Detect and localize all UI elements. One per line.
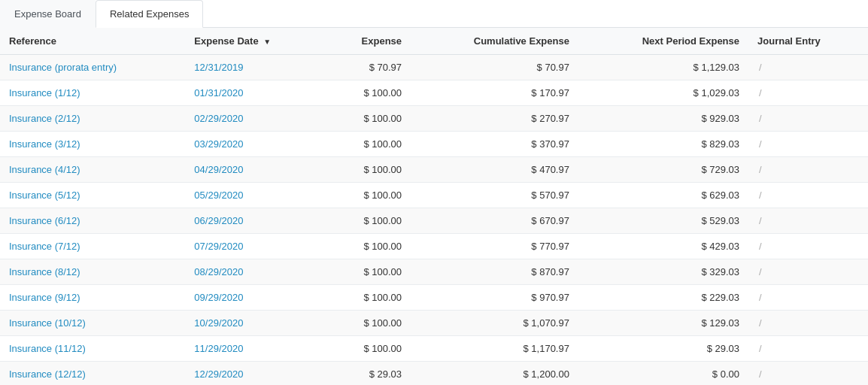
- cell-reference[interactable]: Insurance (4/12): [0, 157, 185, 183]
- cell-journal-entry[interactable]: /: [748, 336, 868, 362]
- cell-journal-entry[interactable]: /: [748, 311, 868, 336]
- col-journal-entry: Journal Entry: [748, 28, 868, 55]
- cell-cumulative-expense: $ 1,200.00: [411, 362, 578, 386]
- cell-expense-date[interactable]: 08/29/2020: [185, 259, 324, 285]
- cell-reference[interactable]: Insurance (prorata entry): [0, 55, 185, 80]
- cell-next-period-expense: $ 129.03: [578, 311, 748, 336]
- cell-journal-entry[interactable]: /: [748, 80, 868, 106]
- cell-next-period-expense: $ 929.03: [578, 106, 748, 132]
- cell-journal-entry[interactable]: /: [748, 183, 868, 208]
- cell-expense-date[interactable]: 06/29/2020: [185, 208, 324, 234]
- cell-journal-entry[interactable]: /: [748, 362, 868, 386]
- table-row: Insurance (5/12)05/29/2020$ 100.00$ 570.…: [0, 183, 868, 208]
- cell-expense-date[interactable]: 07/29/2020: [185, 234, 324, 259]
- cell-journal-entry[interactable]: /: [748, 157, 868, 183]
- cell-next-period-expense: $ 0.00: [578, 362, 748, 386]
- cell-journal-entry[interactable]: /: [748, 106, 868, 132]
- cell-expense-date[interactable]: 04/29/2020: [185, 157, 324, 183]
- table-row: Insurance (6/12)06/29/2020$ 100.00$ 670.…: [0, 208, 868, 234]
- table-row: Insurance (2/12)02/29/2020$ 100.00$ 270.…: [0, 106, 868, 132]
- tabs-container: Expense Board Related Expenses Reference…: [0, 0, 868, 385]
- table-row: Insurance (4/12)04/29/2020$ 100.00$ 470.…: [0, 157, 868, 183]
- cell-cumulative-expense: $ 1,170.97: [411, 336, 578, 362]
- cell-next-period-expense: $ 529.03: [578, 208, 748, 234]
- cell-cumulative-expense: $ 770.97: [411, 234, 578, 259]
- journal-entry-slash: /: [759, 62, 762, 73]
- cell-cumulative-expense: $ 70.97: [411, 55, 578, 80]
- cell-expense: $ 100.00: [325, 132, 411, 157]
- cell-next-period-expense: $ 329.03: [578, 259, 748, 285]
- cell-expense: $ 100.00: [325, 208, 411, 234]
- cell-next-period-expense: $ 229.03: [578, 285, 748, 311]
- cell-expense-date[interactable]: 10/29/2020: [185, 311, 324, 336]
- cell-reference[interactable]: Insurance (11/12): [0, 336, 185, 362]
- cell-expense: $ 100.00: [325, 234, 411, 259]
- cell-reference[interactable]: Insurance (3/12): [0, 132, 185, 157]
- cell-journal-entry[interactable]: /: [748, 234, 868, 259]
- cell-expense: $ 100.00: [325, 285, 411, 311]
- cell-reference[interactable]: Insurance (1/12): [0, 80, 185, 106]
- cell-expense: $ 100.00: [325, 336, 411, 362]
- col-next-period-expense: Next Period Expense: [578, 28, 748, 55]
- cell-expense-date[interactable]: 12/29/2020: [185, 362, 324, 386]
- cell-expense: $ 70.97: [325, 55, 411, 80]
- cell-reference[interactable]: Insurance (2/12): [0, 106, 185, 132]
- cell-cumulative-expense: $ 570.97: [411, 183, 578, 208]
- cell-cumulative-expense: $ 970.97: [411, 285, 578, 311]
- cell-journal-entry[interactable]: /: [748, 55, 868, 80]
- cell-journal-entry[interactable]: /: [748, 259, 868, 285]
- cell-next-period-expense: $ 1,029.03: [578, 80, 748, 106]
- cell-reference[interactable]: Insurance (7/12): [0, 234, 185, 259]
- journal-entry-slash: /: [759, 241, 762, 252]
- cell-expense: $ 100.00: [325, 80, 411, 106]
- cell-journal-entry[interactable]: /: [748, 208, 868, 234]
- journal-entry-slash: /: [759, 189, 762, 201]
- col-expense-date[interactable]: Expense Date ▼: [185, 28, 324, 55]
- cell-expense-date[interactable]: 01/31/2020: [185, 80, 324, 106]
- cell-expense: $ 29.03: [325, 362, 411, 386]
- cell-cumulative-expense: $ 870.97: [411, 259, 578, 285]
- cell-cumulative-expense: $ 370.97: [411, 132, 578, 157]
- cell-reference[interactable]: Insurance (12/12): [0, 362, 185, 386]
- cell-expense-date[interactable]: 02/29/2020: [185, 106, 324, 132]
- cell-journal-entry[interactable]: /: [748, 132, 868, 157]
- journal-entry-slash: /: [759, 343, 762, 354]
- cell-expense: $ 100.00: [325, 183, 411, 208]
- cell-reference[interactable]: Insurance (10/12): [0, 311, 185, 336]
- tab-expense-board[interactable]: Expense Board: [0, 0, 96, 28]
- table-row: Insurance (9/12)09/29/2020$ 100.00$ 970.…: [0, 285, 868, 311]
- table-row: Insurance (8/12)08/29/2020$ 100.00$ 870.…: [0, 259, 868, 285]
- col-reference: Reference: [0, 28, 185, 55]
- cell-expense: $ 100.00: [325, 259, 411, 285]
- journal-entry-slash: /: [759, 317, 762, 329]
- cell-expense-date[interactable]: 09/29/2020: [185, 285, 324, 311]
- cell-expense: $ 100.00: [325, 157, 411, 183]
- cell-expense-date[interactable]: 12/31/2019: [185, 55, 324, 80]
- cell-next-period-expense: $ 1,129.03: [578, 55, 748, 80]
- cell-expense-date[interactable]: 11/29/2020: [185, 336, 324, 362]
- col-cumulative-expense: Cumulative Expense: [411, 28, 578, 55]
- table-row: Insurance (7/12)07/29/2020$ 100.00$ 770.…: [0, 234, 868, 259]
- cell-reference[interactable]: Insurance (5/12): [0, 183, 185, 208]
- table-row: Insurance (prorata entry)12/31/2019$ 70.…: [0, 55, 868, 80]
- tab-bar: Expense Board Related Expenses: [0, 0, 868, 28]
- cell-reference[interactable]: Insurance (9/12): [0, 285, 185, 311]
- table-header-row: Reference Expense Date ▼ Expense Cumulat…: [0, 28, 868, 55]
- cell-next-period-expense: $ 729.03: [578, 157, 748, 183]
- journal-entry-slash: /: [759, 138, 762, 150]
- tab-related-expenses[interactable]: Related Expenses: [96, 0, 204, 28]
- cell-reference[interactable]: Insurance (8/12): [0, 259, 185, 285]
- cell-reference[interactable]: Insurance (6/12): [0, 208, 185, 234]
- cell-expense: $ 100.00: [325, 311, 411, 336]
- cell-next-period-expense: $ 29.03: [578, 336, 748, 362]
- table-row: Insurance (11/12)11/29/2020$ 100.00$ 1,1…: [0, 336, 868, 362]
- table-row: Insurance (3/12)03/29/2020$ 100.00$ 370.…: [0, 132, 868, 157]
- cell-expense: $ 100.00: [325, 106, 411, 132]
- cell-journal-entry[interactable]: /: [748, 285, 868, 311]
- cell-expense-date[interactable]: 05/29/2020: [185, 183, 324, 208]
- cell-cumulative-expense: $ 170.97: [411, 80, 578, 106]
- journal-entry-slash: /: [759, 266, 762, 277]
- cell-next-period-expense: $ 629.03: [578, 183, 748, 208]
- cell-expense-date[interactable]: 03/29/2020: [185, 132, 324, 157]
- table-row: Insurance (1/12)01/31/2020$ 100.00$ 170.…: [0, 80, 868, 106]
